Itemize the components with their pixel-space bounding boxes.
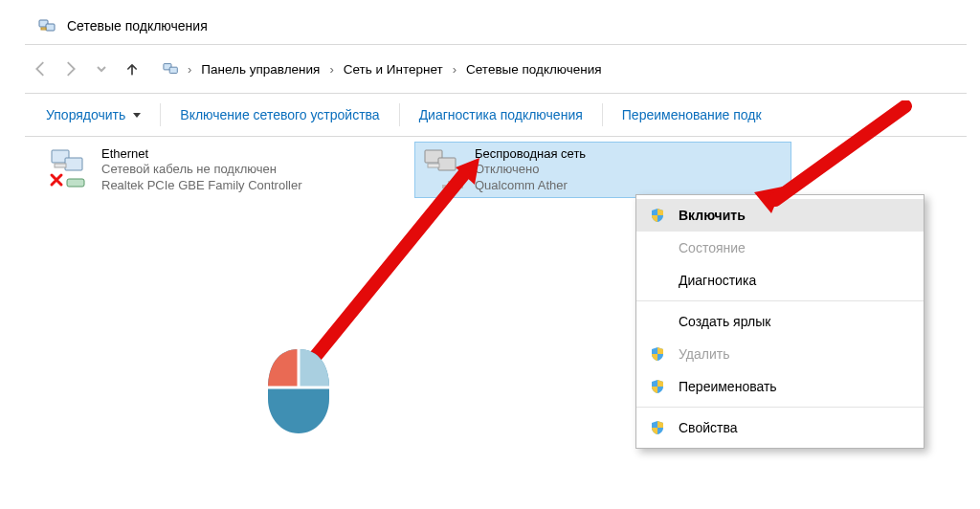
- adapter-icon: [421, 146, 465, 192]
- adapter-wireless[interactable]: Беспроводная сеть Отключено Qualcomm Ath…: [415, 143, 791, 197]
- svg-rect-14: [454, 177, 457, 188]
- rename-label: Переименование подк: [622, 107, 762, 122]
- svg-rect-2: [41, 28, 46, 30]
- svg-rect-4: [169, 67, 177, 73]
- nav-history-dropdown[interactable]: [86, 54, 117, 84]
- context-menu-label: Включить: [679, 208, 746, 223]
- adapter-detail: Qualcomm Ather: [475, 178, 586, 193]
- context-menu-label: Создать ярлык: [679, 314, 770, 329]
- mouse-illustration: [264, 347, 333, 438]
- nav-back-button[interactable]: [25, 54, 56, 84]
- breadcrumb-item[interactable]: Панель управления: [193, 56, 327, 82]
- svg-rect-13: [448, 181, 452, 188]
- svg-rect-1: [46, 24, 55, 31]
- shield-icon: [648, 420, 667, 435]
- context-menu: ВключитьСостояниеДиагностикаСоздать ярлы…: [635, 194, 924, 449]
- adapter-status: Отключено: [475, 162, 586, 177]
- svg-rect-11: [428, 164, 439, 167]
- context-menu-label: Диагностика: [679, 273, 756, 288]
- chevron-down-icon: [133, 113, 141, 118]
- context-menu-label: Состояние: [679, 240, 746, 255]
- context-menu-item[interactable]: Включить: [636, 199, 924, 232]
- context-menu-item[interactable]: Переименовать: [636, 370, 924, 403]
- context-menu-label: Свойства: [679, 420, 737, 435]
- breadcrumb-item[interactable]: Сеть и Интернет: [336, 56, 451, 82]
- shield-icon: [648, 346, 667, 362]
- context-menu-item[interactable]: Создать ярлык: [636, 305, 924, 338]
- svg-rect-12: [442, 185, 446, 188]
- diagnose-label: Диагностика подключения: [419, 107, 583, 122]
- context-menu-separator: [636, 407, 924, 408]
- window-title: Сетевые подключения: [67, 18, 208, 33]
- svg-rect-8: [67, 179, 84, 187]
- organize-label: Упорядочить: [46, 107, 125, 122]
- enable-device-label: Включение сетевого устройства: [180, 107, 379, 122]
- svg-rect-10: [438, 158, 456, 170]
- adapter-name: Ethernet: [101, 146, 302, 162]
- adapter-detail: Realtek PCIe GBE Family Controller: [101, 178, 302, 193]
- chevron-right-icon: ›: [451, 62, 458, 77]
- nav-up-button[interactable]: [117, 54, 147, 84]
- context-menu-separator: [636, 300, 924, 301]
- adapter-icon: [48, 146, 92, 192]
- breadcrumb-bar: › Панель управления › Сеть и Интернет › …: [25, 44, 967, 94]
- breadcrumb[interactable]: › Панель управления › Сеть и Интернет › …: [153, 56, 610, 82]
- adapters-content: Ethernet Сетевой кабель не подключен Rea…: [25, 137, 967, 500]
- chevron-right-icon: ›: [186, 62, 193, 77]
- context-menu-item: Удалить: [636, 338, 924, 370]
- diagnose-button[interactable]: Диагностика подключения: [400, 107, 602, 122]
- context-menu-item[interactable]: Диагностика: [636, 264, 924, 297]
- shield-icon: [648, 208, 667, 223]
- breadcrumb-item[interactable]: Сетевые подключения: [458, 56, 610, 82]
- window: Сетевые подключения: [25, 8, 967, 500]
- nav-forward-button[interactable]: [56, 54, 86, 84]
- chevron-right-icon: ›: [327, 62, 335, 77]
- adapter-status: Сетевой кабель не подключен: [101, 162, 302, 177]
- svg-rect-7: [55, 164, 66, 167]
- context-menu-item: Состояние: [636, 232, 924, 264]
- enable-device-button[interactable]: Включение сетевого устройства: [161, 107, 398, 122]
- network-connections-icon: [38, 16, 57, 35]
- context-menu-item[interactable]: Свойства: [636, 411, 924, 444]
- context-menu-label: Переименовать: [679, 379, 777, 394]
- titlebar: Сетевые подключения: [25, 8, 967, 44]
- command-bar: Упорядочить Включение сетевого устройств…: [25, 94, 967, 137]
- svg-rect-15: [459, 173, 463, 188]
- rename-button[interactable]: Переименование подк: [603, 107, 781, 122]
- svg-rect-6: [65, 158, 82, 170]
- adapter-name: Беспроводная сеть: [475, 146, 586, 162]
- context-menu-label: Удалить: [679, 346, 729, 362]
- shield-icon: [648, 379, 667, 394]
- breadcrumb-icon: [163, 60, 180, 77]
- organize-menu[interactable]: Упорядочить: [25, 107, 160, 122]
- adapter-ethernet[interactable]: Ethernet Сетевой кабель не подключен Rea…: [42, 143, 417, 197]
